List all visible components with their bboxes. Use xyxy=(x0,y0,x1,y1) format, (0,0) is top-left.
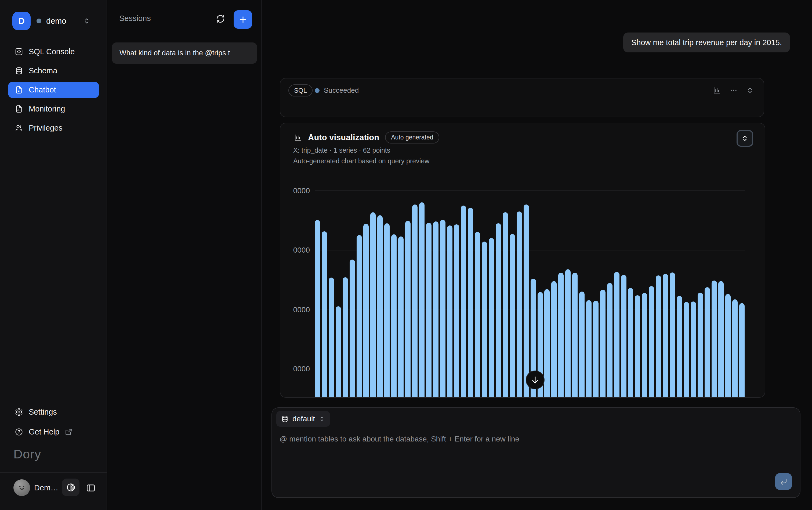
viz-expand-button[interactable] xyxy=(736,130,753,147)
status-dot xyxy=(315,88,320,93)
chart-bar xyxy=(642,293,647,397)
sidebar-toggle-icon xyxy=(86,483,96,493)
y-axis-tick-label: 0000 xyxy=(283,365,310,373)
chart-bar xyxy=(551,281,557,397)
chart-bar xyxy=(628,288,633,397)
code-square-icon xyxy=(15,48,23,56)
chevron-up-down-icon xyxy=(741,135,748,142)
sql-card-actions xyxy=(713,86,754,94)
sidebar-item-sql-console[interactable]: SQL Console xyxy=(8,44,99,60)
sessions-title: Sessions xyxy=(119,14,151,23)
sidebar-item-label: Monitoring xyxy=(29,105,65,113)
file-chart-icon xyxy=(15,105,23,113)
chart-bar xyxy=(461,205,466,397)
chat-input[interactable]: @ mention tables to ask about the databa… xyxy=(279,435,792,443)
user-avatar[interactable] xyxy=(13,479,30,496)
chart-bar xyxy=(544,289,550,397)
sql-status: Succeeded xyxy=(315,84,359,96)
sidebar-item-monitoring[interactable]: Monitoring xyxy=(8,101,99,117)
viz-meta: X: trip_date · 1 series · 62 points xyxy=(293,146,390,154)
user-name: Dem… xyxy=(34,483,58,492)
y-axis-tick-label: 0000 xyxy=(283,187,310,195)
chart-bar xyxy=(475,232,480,397)
chart-bar xyxy=(621,275,627,397)
chevron-up-down-icon xyxy=(746,86,754,94)
database-selector[interactable]: default xyxy=(276,411,330,427)
database-icon xyxy=(281,415,289,423)
ellipsis-icon xyxy=(729,86,738,94)
chart-bar xyxy=(370,212,375,397)
sidebar-item-get-help[interactable]: Get Help xyxy=(8,424,99,440)
avatar-face xyxy=(13,479,30,496)
app-window: D demo SQL Console Schema AI Chatbot xyxy=(0,0,812,510)
new-session-button[interactable] xyxy=(234,10,252,29)
chart-bar xyxy=(517,211,522,397)
chevron-up-down-icon xyxy=(83,17,91,25)
status-text: Succeeded xyxy=(324,86,359,94)
dory-logo: Dory xyxy=(13,447,41,461)
chart-bar xyxy=(363,224,369,397)
chart-bar xyxy=(704,287,710,397)
session-list-item[interactable]: What kind of data is in the @trips t xyxy=(112,42,257,64)
chart-bar xyxy=(468,208,473,397)
bar-chart-plot: 0000000000000000 xyxy=(315,190,745,397)
auto-generated-badge: Auto generated xyxy=(385,132,439,143)
chart-bar xyxy=(322,231,327,397)
chart-bar xyxy=(698,293,703,397)
chart-bars xyxy=(315,190,745,397)
chart-bar xyxy=(342,277,348,397)
refresh-sessions-button[interactable] xyxy=(215,13,227,25)
file-ai-icon: AI xyxy=(15,86,23,94)
chart-bar xyxy=(718,281,724,397)
bar-chart-icon xyxy=(713,86,721,94)
arrow-down-icon xyxy=(531,375,540,385)
viz-title: Auto visualization xyxy=(308,133,379,142)
sidebar-item-settings[interactable]: Settings xyxy=(8,404,99,420)
chart-bar xyxy=(419,202,424,397)
sessions-header: Sessions xyxy=(108,0,261,37)
chart-bar xyxy=(447,225,452,397)
theme-toggle-button[interactable] xyxy=(62,479,80,496)
sidebar: D demo SQL Console Schema AI Chatbot xyxy=(0,0,107,510)
workspace-avatar: D xyxy=(12,12,31,30)
message-composer[interactable]: default @ mention tables to ask about th… xyxy=(271,407,801,498)
chart-bar xyxy=(510,234,515,397)
sidebar-toggle-button[interactable] xyxy=(85,483,96,493)
chart-bar xyxy=(600,290,605,397)
user-message-text: Show me total trip revenue per day in 20… xyxy=(631,38,782,47)
plus-icon xyxy=(238,15,247,24)
chart-bar xyxy=(579,291,584,397)
chart-bar xyxy=(426,223,431,397)
chart-bar xyxy=(336,306,341,397)
chart-view-button[interactable] xyxy=(713,86,721,94)
database-name: default xyxy=(293,415,315,423)
send-message-button[interactable] xyxy=(775,473,792,490)
chart-bar xyxy=(558,273,564,397)
sidebar-item-schema[interactable]: Schema xyxy=(8,63,99,79)
chart-bar xyxy=(691,302,696,397)
sidebar-divider xyxy=(0,472,107,473)
chart-bar xyxy=(489,238,494,397)
chart-bar xyxy=(482,242,487,397)
sidebar-nav: SQL Console Schema AI Chatbot Monitoring… xyxy=(8,44,99,136)
chart-bar xyxy=(398,236,403,397)
return-key-icon xyxy=(780,478,788,486)
sidebar-item-label: SQL Console xyxy=(29,47,74,56)
chart-bar xyxy=(676,296,682,397)
refresh-icon xyxy=(216,14,225,24)
more-options-button[interactable] xyxy=(729,86,738,94)
scroll-to-bottom-button[interactable] xyxy=(526,371,545,389)
chart-bar xyxy=(433,221,439,397)
chart-bar xyxy=(732,299,738,397)
expand-collapse-button[interactable] xyxy=(746,86,754,94)
chart-bar xyxy=(412,204,418,397)
chart-bar xyxy=(649,286,654,397)
chart-bar xyxy=(503,212,508,397)
gear-icon xyxy=(15,408,23,416)
sidebar-item-chatbot[interactable]: AI Chatbot xyxy=(8,82,99,98)
workspace-switcher[interactable]: D demo xyxy=(12,12,98,30)
sidebar-item-privileges[interactable]: Privileges xyxy=(8,120,99,136)
sidebar-item-label: Privileges xyxy=(29,123,63,133)
chart-bar xyxy=(496,223,501,397)
y-axis-tick-label: 0000 xyxy=(283,246,310,254)
